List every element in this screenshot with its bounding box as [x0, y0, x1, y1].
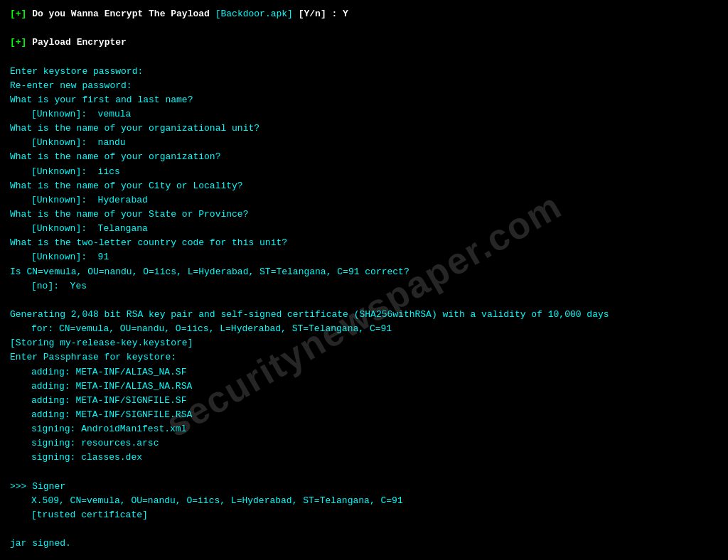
line-signing-3: signing: classes.dex — [10, 451, 718, 465]
line-blank-3 — [10, 294, 718, 308]
line-generating: Generating 2,048 bit RSA key pair and se… — [10, 308, 718, 322]
line-encrypt-prompt: [+] Do you Wanna Encrypt The Payload [Ba… — [10, 7, 718, 21]
line-org-a: [Unknown]: iics — [10, 165, 718, 179]
line-blank-4 — [10, 465, 718, 480]
line-orgunit-q: What is the name of your organizational … — [10, 122, 718, 136]
line-adding-1: adding: META-INF/ALIAS_NA.SF — [10, 365, 718, 379]
line-blank-2 — [10, 50, 718, 64]
line-adding-2: adding: META-INF/ALIAS_NA.RSA — [10, 379, 718, 394]
line-state-q: What is the name of your State or Provin… — [10, 208, 718, 222]
line-trusted: [trusted certificate] — [10, 508, 718, 522]
line-state-a: [Unknown]: Telangana — [10, 222, 718, 236]
line-keystore-pwd: Enter keystore password: — [10, 65, 718, 79]
terminal-output: securitynewspaper.com [+] Do you Wanna E… — [10, 7, 718, 560]
line-blank-6 — [10, 551, 718, 560]
line-x509: X.509, CN=vemula, OU=nandu, O=iics, L=Hy… — [10, 494, 718, 508]
line-signing-2: signing: resources.arsc — [10, 436, 718, 451]
line-signing-1: signing: AndroidManifest.xml — [10, 422, 718, 436]
line-storing: [Storing my-release-key.keystore] — [10, 336, 718, 350]
line-org-q: What is the name of your organization? — [10, 150, 718, 164]
line-jar-signed: jar signed. — [10, 537, 718, 551]
line-country-q: What is the two-letter country code for … — [10, 236, 718, 250]
line-adding-4: adding: META-INF/SIGNFILE.RSA — [10, 408, 718, 422]
line-signer-header: >>> Signer — [10, 480, 718, 494]
line-city-q: What is the name of your City or Localit… — [10, 179, 718, 193]
line-passphrase: Enter Passphrase for keystore: — [10, 350, 718, 365]
line-blank-1 — [10, 21, 718, 36]
line-confirm-q: Is CN=vemula, OU=nandu, O=iics, L=Hydera… — [10, 265, 718, 279]
line-adding-3: adding: META-INF/SIGNFILE.SF — [10, 394, 718, 408]
line-firstname-q: What is your first and last name? — [10, 93, 718, 107]
line-firstname-a: [Unknown]: vemula — [10, 107, 718, 122]
line-city-a: [Unknown]: Hyderabad — [10, 193, 718, 208]
line-orgunit-a: [Unknown]: nandu — [10, 136, 718, 150]
line-payload-encrypter: [+] Payload Encrypter — [10, 36, 718, 50]
line-reenter-pwd: Re-enter new password: — [10, 79, 718, 93]
line-confirm-a: [no]: Yes — [10, 279, 718, 294]
line-country-a: [Unknown]: 91 — [10, 250, 718, 264]
line-for: for: CN=vemula, OU=nandu, O=iics, L=Hyde… — [10, 322, 718, 336]
line-blank-5 — [10, 522, 718, 537]
